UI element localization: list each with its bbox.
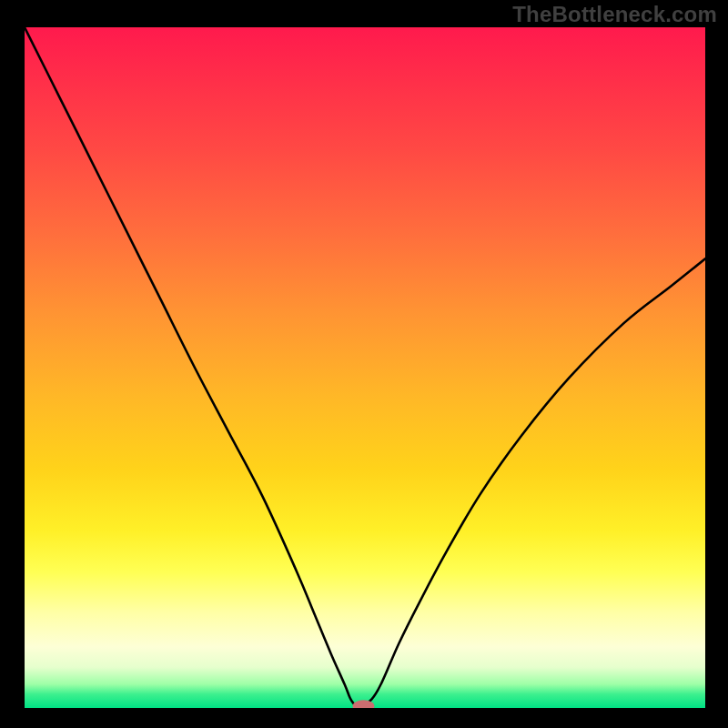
watermark-text: TheBottleneck.com [512, 2, 717, 27]
plot-area [25, 27, 705, 708]
chart-svg [25, 27, 705, 708]
bottleneck-curve-line [25, 27, 705, 708]
chart-frame: TheBottleneck.com [0, 0, 728, 728]
